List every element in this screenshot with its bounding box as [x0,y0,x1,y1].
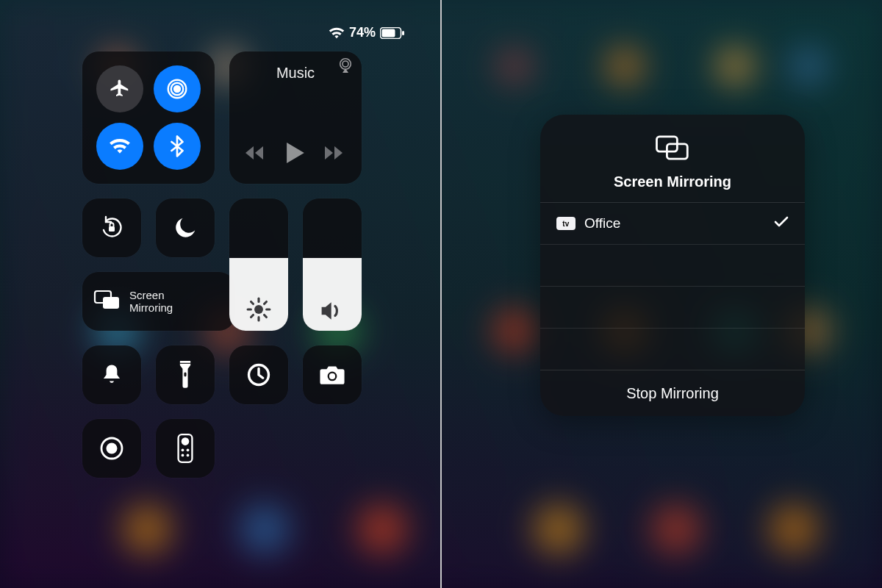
skip-forward-icon[interactable] [325,146,345,163]
svg-rect-8 [109,226,115,232]
svg-point-6 [343,61,348,67]
mirroring-device-row[interactable]: tv Office [540,203,805,245]
control-center-pane: 74% [0,0,440,588]
airdrop-toggle[interactable] [154,65,201,112]
mute-toggle[interactable] [82,345,141,404]
screen-mirroring-pane: Screen Mirroring tv Office Stop Mirrorin… [442,0,882,588]
checkmark-icon [774,215,789,232]
sun-icon [229,297,288,322]
svg-point-31 [182,454,184,457]
svg-point-32 [187,454,190,457]
svg-point-3 [174,86,180,92]
svg-point-28 [182,437,190,445]
svg-point-26 [107,443,118,454]
svg-line-15 [265,315,267,318]
battery-icon [380,27,405,39]
stop-mirroring-button[interactable]: Stop Mirroring [540,370,805,416]
do-not-disturb-toggle[interactable] [156,198,215,257]
camera-button[interactable] [303,345,362,404]
svg-point-7 [340,59,351,70]
mirroring-empty-row [540,287,805,329]
now-playing-title: Music [276,65,315,82]
screen-mirroring-icon [93,289,122,314]
svg-point-30 [187,448,190,451]
mirroring-empty-row [540,245,805,287]
skip-back-icon[interactable] [245,146,266,163]
timer-button[interactable] [229,345,288,404]
svg-point-9 [254,305,263,314]
screen-mirroring-popover: Screen Mirroring tv Office Stop Mirrorin… [540,115,805,416]
rotation-lock-toggle[interactable] [82,198,141,257]
mirroring-empty-row [540,329,805,370]
svg-rect-20 [184,372,186,376]
screen-mirroring-title: Screen Mirroring [614,173,731,190]
speaker-icon [303,300,362,322]
screen-mirroring-label-1: Screen [129,289,173,301]
screen-mirroring-icon [653,134,692,165]
svg-point-24 [329,373,335,379]
apple-tv-badge: tv [556,217,576,230]
volume-slider[interactable] [303,198,362,331]
wifi-status-icon [329,27,345,39]
svg-rect-19 [103,297,119,309]
screen-mirroring-label-2: Mirroring [129,301,173,314]
apple-tv-remote-button[interactable] [156,419,215,478]
svg-rect-1 [382,29,395,37]
battery-percent: 74% [349,25,376,40]
flashlight-button[interactable] [156,345,215,404]
screen-mirroring-tile[interactable]: Screen Mirroring [82,272,235,331]
airplane-mode-toggle[interactable] [96,65,143,112]
mirroring-device-name: Office [584,215,620,232]
svg-line-14 [251,302,254,304]
bluetooth-toggle[interactable] [154,123,201,170]
svg-line-17 [265,302,267,304]
screen-record-button[interactable] [82,419,141,478]
play-icon[interactable] [287,143,304,166]
svg-point-29 [182,448,184,451]
stop-mirroring-label: Stop Mirroring [626,385,719,402]
status-bar: 74% [329,25,405,40]
svg-line-16 [251,315,254,318]
connectivity-tile[interactable] [82,51,215,184]
brightness-slider[interactable] [229,198,288,331]
wifi-toggle[interactable] [96,123,143,170]
airplay-icon[interactable] [337,57,354,76]
mirroring-device-list: tv Office [540,202,805,370]
control-center-grid: Music [82,51,362,478]
svg-rect-2 [402,31,404,35]
now-playing-tile[interactable]: Music [229,51,362,184]
